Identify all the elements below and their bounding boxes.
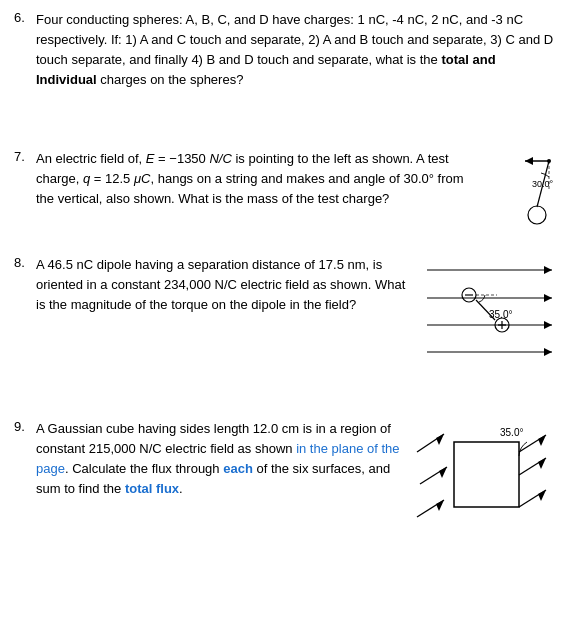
svg-marker-32 [538,435,546,446]
svg-marker-1 [525,157,533,165]
q6-text: Four conducting spheres: A, B, C, and D … [36,10,557,91]
svg-marker-36 [538,490,546,501]
q7-diagram: 30.0° [477,149,557,239]
q8-text: A 46.5 nC dipole having a separation dis… [36,255,417,315]
svg-marker-14 [544,348,552,356]
q9-layout: A Gaussian cube having sides length 12.0… [36,419,557,547]
q6-content: Four conducting spheres: A, B, C, and D … [36,10,557,91]
q7-content: An electric field of, E = −1350 N/C is p… [36,149,557,209]
svg-marker-27 [439,467,447,478]
q8-diagram: 35.0° [427,260,557,373]
svg-marker-25 [436,434,444,445]
q9-content: A Gaussian cube having sides length 12.0… [36,419,557,547]
svg-marker-12 [544,321,552,329]
svg-point-4 [528,206,546,224]
question-7: 7. An electric field of, E = −1350 N/C i… [14,149,557,209]
svg-text:30.0°: 30.0° [532,179,554,189]
q9-number: 9. [14,419,36,434]
q9-diagram: 35.0° [412,424,557,547]
question-8: 8. A 46.5 nC dipole having a separation … [14,255,557,373]
q8-layout: A 46.5 nC dipole having a separation dis… [36,255,557,373]
question-9: 9. A Gaussian cube having sides length 1… [14,419,557,547]
svg-rect-30 [454,442,519,507]
q8-number: 8. [14,255,36,270]
svg-text:35.0°: 35.0° [500,427,523,438]
svg-marker-10 [544,294,552,302]
svg-marker-34 [538,458,546,469]
svg-marker-8 [544,266,552,274]
svg-text:35.0°: 35.0° [489,309,512,320]
svg-marker-29 [436,500,444,511]
q9-text: A Gaussian cube having sides length 12.0… [36,419,402,500]
q7-text: An electric field of, E = −1350 N/C is p… [36,149,467,209]
question-6: 6. Four conducting spheres: A, B, C, and… [14,10,557,91]
q8-content: A 46.5 nC dipole having a separation dis… [36,255,557,373]
q6-number: 6. [14,10,36,25]
q7-number: 7. [14,149,36,164]
